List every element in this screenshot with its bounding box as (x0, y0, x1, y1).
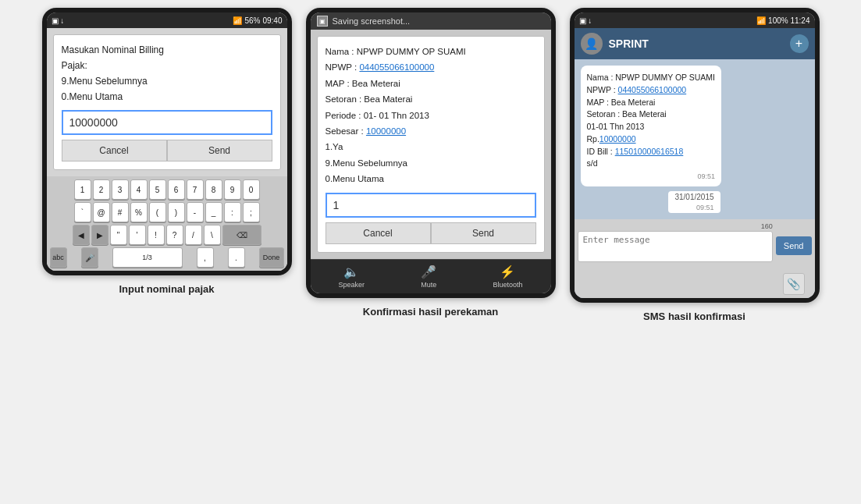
phone1-time: 09:40 (262, 16, 282, 25)
kb-key-3[interactable]: 3 (112, 179, 129, 200)
sms-idbill-link[interactable]: 115010000616518 (615, 147, 684, 156)
kb-key-underscore[interactable]: _ (205, 202, 222, 222)
sms-add-button[interactable]: + (790, 34, 809, 53)
sms-rp-label: Rp. (587, 134, 599, 144)
sms-send-button[interactable]: Send (776, 236, 812, 255)
sms-date-text: 31/01/2015 (674, 193, 713, 201)
kb-key-1[interactable]: 1 (74, 179, 91, 200)
kb-mic-key[interactable]: 🎤 (81, 247, 98, 268)
kb-key-7[interactable]: 7 (187, 179, 204, 200)
sms-attach-button[interactable]: 📎 (783, 273, 805, 295)
phone2-send-button[interactable]: Send (431, 222, 536, 244)
phone3: ▣ ↓ 📶 100% 11:24 👤 SPRINT + Na (570, 8, 820, 303)
kb-key-question[interactable]: ? (166, 225, 183, 245)
kb-key-rparen[interactable]: ) (168, 202, 185, 222)
sms-line2: NPWP : 044055066100000 (587, 84, 716, 97)
kb-key-dquote[interactable]: " (110, 225, 127, 245)
kb-key-8[interactable]: 8 (205, 179, 222, 200)
kb-key-backtick[interactable]: ` (74, 202, 91, 222)
phone1-dialog-line1: Masukan Nominal Billing (62, 43, 272, 57)
toolbar-bluetooth-button[interactable]: ⚡ Bluetooth (493, 264, 522, 289)
sms-line1: Nama : NPWP DUMMY OP SUAMI (587, 72, 716, 84)
toolbar-speaker-button[interactable]: 🔈 Speaker (339, 264, 365, 289)
kb-abc-key[interactable]: abc (50, 247, 67, 268)
sms-messages: Nama : NPWP DUMMY OP SUAMI NPWP : 044055… (575, 59, 815, 219)
kb-period-key[interactable]: . (228, 247, 245, 268)
kb-key-left[interactable]: ◀ (73, 225, 90, 245)
kb-key-9[interactable]: 9 (224, 179, 241, 200)
phone1-screen: ▣ ↓ 📶 56% 09:40 Masukan Nominal Billing … (47, 12, 287, 271)
phone1-cancel-button[interactable]: Cancel (62, 140, 167, 161)
contact-avatar: 👤 (581, 33, 603, 55)
phone2-btn-row: Cancel Send (326, 222, 536, 244)
phone1-status-right: 📶 56% 09:40 (233, 16, 282, 25)
phone1-dialog: Masukan Nominal Billing Pajak: 9.Menu Se… (53, 34, 281, 170)
kb-key-hash[interactable]: # (112, 202, 129, 222)
sms-text-col: 160 (578, 222, 773, 262)
phone3-signal: 📶 100% (756, 16, 788, 25)
kb-key-0[interactable]: 0 (243, 179, 260, 200)
phone3-label: SMS hasil konfirmasi (643, 311, 745, 322)
phone1-dialog-line4: 0.Menu Utama (62, 90, 272, 104)
sms-date-badge: 31/01/2015 09:51 (668, 191, 720, 213)
kb-key-4[interactable]: 4 (130, 179, 148, 200)
kb-key-colon[interactable]: : (224, 202, 241, 222)
toolbar-speaker-label: Speaker (339, 281, 365, 289)
phone1-kb-bottom: abc 🎤 1/3 , . Done (48, 247, 286, 268)
kb-key-percent[interactable]: % (130, 202, 148, 222)
mute-icon: 🎤 (421, 264, 436, 279)
phone1-btn-row: Cancel Send (62, 140, 272, 161)
phone2-toolbar: 🔈 Speaker 🎤 Mute ⚡ Bluetooth (311, 259, 551, 293)
kb-key-6[interactable]: 6 (168, 179, 185, 200)
phone2-line6: Sebesar : 10000000 (326, 124, 536, 138)
kb-key-dash[interactable]: - (187, 202, 204, 222)
phone2-amount-link[interactable]: 10000000 (366, 126, 406, 136)
phone2-line8: 9.Menu Sebelumnya (326, 156, 536, 170)
saving-text: Saving screenshot... (333, 16, 411, 26)
sms-message-input[interactable] (578, 231, 773, 262)
kb-key-slash[interactable]: / (185, 225, 202, 245)
phone3-content: Nama : NPWP DUMMY OP SUAMI NPWP : 044055… (575, 59, 815, 298)
phone2: ▣ Saving screenshot... Nama : NPWP DUMMY… (306, 8, 556, 298)
kb-key-backspace[interactable]: ⌫ (222, 225, 262, 245)
phone1-label: Input nominal pajak (119, 283, 214, 295)
sms-line6: Rp.10000000 (587, 133, 716, 146)
kb-done-key[interactable]: Done (259, 247, 284, 268)
sms-bubble-1: Nama : NPWP DUMMY OP SUAMI NPWP : 044055… (581, 66, 722, 186)
kb-key-exclaim[interactable]: ! (148, 225, 165, 245)
phone1: ▣ ↓ 📶 56% 09:40 Masukan Nominal Billing … (42, 8, 292, 275)
phone3-status-left: ▣ ↓ (579, 16, 592, 25)
phone2-wrapper: ▣ Saving screenshot... Nama : NPWP DUMMY… (306, 8, 556, 318)
phone2-info-box: Nama : NPWP DUMMY OP SUAMI NPWP : 044055… (317, 36, 545, 253)
kb-key-semicolon[interactable]: ; (243, 202, 260, 222)
phone3-time: 11:24 (790, 16, 809, 25)
sms-npwp-label: NPWP : (587, 85, 618, 94)
kb-key-backslash[interactable]: \ (204, 225, 221, 245)
phone2-input[interactable] (326, 193, 536, 218)
phone3-screen: ▣ ↓ 📶 100% 11:24 👤 SPRINT + Na (575, 12, 815, 298)
kb-key-at[interactable]: @ (93, 202, 110, 222)
phone2-line2: NPWP : 044055066100000 (326, 60, 536, 74)
kb-key-lparen[interactable]: ( (149, 202, 166, 222)
kb-key-squote[interactable]: ' (129, 225, 146, 245)
phone1-signal: 📶 (233, 16, 242, 25)
sms-line4: Setoran : Bea Meterai (587, 108, 716, 121)
sms-line7: ID Bill : 115010000616518 (587, 146, 716, 158)
phone1-input[interactable] (62, 110, 272, 135)
phone1-kb-row2: ` @ # % ( ) - _ : ; (48, 202, 286, 222)
phone2-label: Konfirmasi hasil perekaman (363, 306, 498, 318)
phone3-status-right: 📶 100% 11:24 (756, 16, 809, 25)
toolbar-mute-button[interactable]: 🎤 Mute (421, 264, 436, 289)
phone2-npwp-label: NPWP : (326, 62, 360, 72)
kb-key-5[interactable]: 5 (149, 179, 166, 200)
sms-line5: 01-01 Thn 2013 (587, 121, 716, 133)
kb-space-key[interactable]: 1/3 (112, 247, 183, 268)
phone2-npwp-link[interactable]: 044055066100000 (359, 62, 434, 72)
kb-key-right[interactable]: ▶ (91, 225, 109, 245)
sms-npwp-link[interactable]: 044055066100000 (618, 85, 687, 94)
phone2-cancel-button[interactable]: Cancel (326, 222, 431, 244)
kb-comma-key[interactable]: , (197, 247, 214, 268)
kb-key-2[interactable]: 2 (93, 179, 110, 200)
phone1-send-button[interactable]: Send (167, 140, 272, 161)
sms-amount-link[interactable]: 10000000 (599, 134, 636, 144)
